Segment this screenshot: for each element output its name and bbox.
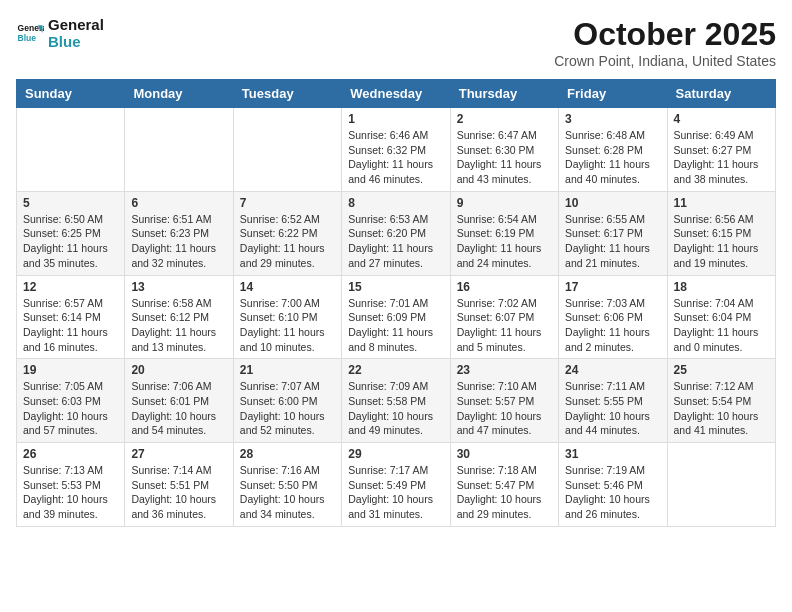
day-cell: 6Sunrise: 6:51 AM Sunset: 6:23 PM Daylig… [125, 191, 233, 275]
weekday-header-saturday: Saturday [667, 80, 775, 108]
day-info: Sunrise: 7:17 AM Sunset: 5:49 PM Dayligh… [348, 463, 443, 522]
day-cell: 17Sunrise: 7:03 AM Sunset: 6:06 PM Dayli… [559, 275, 667, 359]
day-number: 2 [457, 112, 552, 126]
day-info: Sunrise: 6:51 AM Sunset: 6:23 PM Dayligh… [131, 212, 226, 271]
location: Crown Point, Indiana, United States [554, 53, 776, 69]
day-cell: 8Sunrise: 6:53 AM Sunset: 6:20 PM Daylig… [342, 191, 450, 275]
day-number: 20 [131, 363, 226, 377]
day-info: Sunrise: 7:18 AM Sunset: 5:47 PM Dayligh… [457, 463, 552, 522]
day-number: 22 [348, 363, 443, 377]
day-info: Sunrise: 6:57 AM Sunset: 6:14 PM Dayligh… [23, 296, 118, 355]
day-info: Sunrise: 6:47 AM Sunset: 6:30 PM Dayligh… [457, 128, 552, 187]
day-number: 15 [348, 280, 443, 294]
day-cell: 28Sunrise: 7:16 AM Sunset: 5:50 PM Dayli… [233, 443, 341, 527]
logo-line2: Blue [48, 33, 104, 50]
day-cell: 12Sunrise: 6:57 AM Sunset: 6:14 PM Dayli… [17, 275, 125, 359]
day-number: 16 [457, 280, 552, 294]
day-number: 14 [240, 280, 335, 294]
day-cell [233, 108, 341, 192]
day-cell: 10Sunrise: 6:55 AM Sunset: 6:17 PM Dayli… [559, 191, 667, 275]
day-number: 29 [348, 447, 443, 461]
weekday-header-wednesday: Wednesday [342, 80, 450, 108]
day-info: Sunrise: 7:03 AM Sunset: 6:06 PM Dayligh… [565, 296, 660, 355]
day-number: 10 [565, 196, 660, 210]
day-cell: 7Sunrise: 6:52 AM Sunset: 6:22 PM Daylig… [233, 191, 341, 275]
day-cell: 23Sunrise: 7:10 AM Sunset: 5:57 PM Dayli… [450, 359, 558, 443]
logo-icon: General Blue [16, 19, 44, 47]
day-info: Sunrise: 7:01 AM Sunset: 6:09 PM Dayligh… [348, 296, 443, 355]
day-info: Sunrise: 7:11 AM Sunset: 5:55 PM Dayligh… [565, 379, 660, 438]
day-info: Sunrise: 6:58 AM Sunset: 6:12 PM Dayligh… [131, 296, 226, 355]
day-number: 28 [240, 447, 335, 461]
calendar: SundayMondayTuesdayWednesdayThursdayFrid… [16, 79, 776, 527]
weekday-header-sunday: Sunday [17, 80, 125, 108]
day-info: Sunrise: 7:14 AM Sunset: 5:51 PM Dayligh… [131, 463, 226, 522]
weekday-header-thursday: Thursday [450, 80, 558, 108]
day-number: 12 [23, 280, 118, 294]
day-info: Sunrise: 6:56 AM Sunset: 6:15 PM Dayligh… [674, 212, 769, 271]
day-number: 31 [565, 447, 660, 461]
day-info: Sunrise: 6:49 AM Sunset: 6:27 PM Dayligh… [674, 128, 769, 187]
day-cell: 26Sunrise: 7:13 AM Sunset: 5:53 PM Dayli… [17, 443, 125, 527]
day-info: Sunrise: 7:02 AM Sunset: 6:07 PM Dayligh… [457, 296, 552, 355]
day-info: Sunrise: 6:48 AM Sunset: 6:28 PM Dayligh… [565, 128, 660, 187]
day-cell: 16Sunrise: 7:02 AM Sunset: 6:07 PM Dayli… [450, 275, 558, 359]
day-info: Sunrise: 6:53 AM Sunset: 6:20 PM Dayligh… [348, 212, 443, 271]
day-cell: 13Sunrise: 6:58 AM Sunset: 6:12 PM Dayli… [125, 275, 233, 359]
day-cell: 3Sunrise: 6:48 AM Sunset: 6:28 PM Daylig… [559, 108, 667, 192]
week-row-2: 5Sunrise: 6:50 AM Sunset: 6:25 PM Daylig… [17, 191, 776, 275]
day-cell: 25Sunrise: 7:12 AM Sunset: 5:54 PM Dayli… [667, 359, 775, 443]
day-number: 3 [565, 112, 660, 126]
day-number: 6 [131, 196, 226, 210]
page-header: General Blue General Blue October 2025 C… [16, 16, 776, 69]
week-row-4: 19Sunrise: 7:05 AM Sunset: 6:03 PM Dayli… [17, 359, 776, 443]
day-number: 30 [457, 447, 552, 461]
day-cell: 19Sunrise: 7:05 AM Sunset: 6:03 PM Dayli… [17, 359, 125, 443]
title-section: October 2025 Crown Point, Indiana, Unite… [554, 16, 776, 69]
day-info: Sunrise: 7:16 AM Sunset: 5:50 PM Dayligh… [240, 463, 335, 522]
day-info: Sunrise: 7:09 AM Sunset: 5:58 PM Dayligh… [348, 379, 443, 438]
day-info: Sunrise: 7:12 AM Sunset: 5:54 PM Dayligh… [674, 379, 769, 438]
day-number: 5 [23, 196, 118, 210]
day-number: 13 [131, 280, 226, 294]
day-info: Sunrise: 7:00 AM Sunset: 6:10 PM Dayligh… [240, 296, 335, 355]
day-number: 18 [674, 280, 769, 294]
day-cell: 15Sunrise: 7:01 AM Sunset: 6:09 PM Dayli… [342, 275, 450, 359]
day-cell: 20Sunrise: 7:06 AM Sunset: 6:01 PM Dayli… [125, 359, 233, 443]
day-cell [667, 443, 775, 527]
day-number: 1 [348, 112, 443, 126]
day-number: 26 [23, 447, 118, 461]
day-number: 7 [240, 196, 335, 210]
day-info: Sunrise: 7:19 AM Sunset: 5:46 PM Dayligh… [565, 463, 660, 522]
day-cell [125, 108, 233, 192]
day-number: 9 [457, 196, 552, 210]
week-row-3: 12Sunrise: 6:57 AM Sunset: 6:14 PM Dayli… [17, 275, 776, 359]
day-cell: 9Sunrise: 6:54 AM Sunset: 6:19 PM Daylig… [450, 191, 558, 275]
day-info: Sunrise: 6:54 AM Sunset: 6:19 PM Dayligh… [457, 212, 552, 271]
day-cell: 21Sunrise: 7:07 AM Sunset: 6:00 PM Dayli… [233, 359, 341, 443]
day-cell: 31Sunrise: 7:19 AM Sunset: 5:46 PM Dayli… [559, 443, 667, 527]
day-info: Sunrise: 6:55 AM Sunset: 6:17 PM Dayligh… [565, 212, 660, 271]
day-info: Sunrise: 7:04 AM Sunset: 6:04 PM Dayligh… [674, 296, 769, 355]
day-cell: 27Sunrise: 7:14 AM Sunset: 5:51 PM Dayli… [125, 443, 233, 527]
day-cell: 29Sunrise: 7:17 AM Sunset: 5:49 PM Dayli… [342, 443, 450, 527]
weekday-header-row: SundayMondayTuesdayWednesdayThursdayFrid… [17, 80, 776, 108]
day-cell: 4Sunrise: 6:49 AM Sunset: 6:27 PM Daylig… [667, 108, 775, 192]
day-info: Sunrise: 7:07 AM Sunset: 6:00 PM Dayligh… [240, 379, 335, 438]
day-info: Sunrise: 6:46 AM Sunset: 6:32 PM Dayligh… [348, 128, 443, 187]
day-cell: 5Sunrise: 6:50 AM Sunset: 6:25 PM Daylig… [17, 191, 125, 275]
day-number: 27 [131, 447, 226, 461]
day-info: Sunrise: 7:05 AM Sunset: 6:03 PM Dayligh… [23, 379, 118, 438]
weekday-header-friday: Friday [559, 80, 667, 108]
day-number: 17 [565, 280, 660, 294]
week-row-1: 1Sunrise: 6:46 AM Sunset: 6:32 PM Daylig… [17, 108, 776, 192]
day-number: 24 [565, 363, 660, 377]
day-number: 19 [23, 363, 118, 377]
day-cell: 24Sunrise: 7:11 AM Sunset: 5:55 PM Dayli… [559, 359, 667, 443]
day-cell: 22Sunrise: 7:09 AM Sunset: 5:58 PM Dayli… [342, 359, 450, 443]
day-cell: 2Sunrise: 6:47 AM Sunset: 6:30 PM Daylig… [450, 108, 558, 192]
month-title: October 2025 [554, 16, 776, 53]
day-number: 11 [674, 196, 769, 210]
svg-text:Blue: Blue [18, 33, 37, 43]
weekday-header-tuesday: Tuesday [233, 80, 341, 108]
